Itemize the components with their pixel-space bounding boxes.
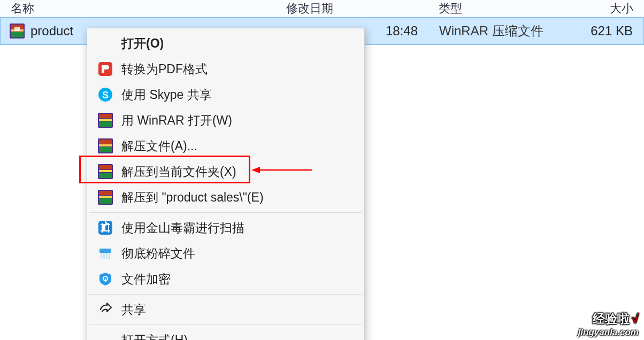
svg-rect-27 [103,253,105,259]
watermark-title: 经验啦 [593,312,630,326]
menu-pdf-label: 转换为PDF格式 [121,61,208,78]
shred-icon [96,245,115,261]
menu-extract-here-label: 解压到当前文件夹(X) [121,164,236,180]
menu-share[interactable]: 共享 [87,297,364,322]
winrar-extract-icon [96,138,115,154]
svg-rect-10 [99,119,112,121]
skype-icon: S [96,87,115,103]
watermark: 经验啦√ jingyanla.com [578,311,639,338]
menu-encrypt[interactable]: 文件加密 [87,266,364,292]
pdf-icon [96,61,115,77]
winrar-icon [96,112,115,128]
menu-winrar-label: 用 WinRAR 打开(W) [121,112,232,129]
menu-open-with[interactable]: 打开方式(H)... [87,327,364,340]
menu-extract-here[interactable]: 解压到当前文件夹(X) [87,159,364,184]
col-header-date[interactable]: 修改日期 [286,1,439,17]
svg-rect-18 [99,170,112,172]
share-icon [96,302,115,318]
rar-file-icon [9,23,25,39]
context-menu: 打开(O) 转换为PDF格式 S 使用 Skype 共享 用 WinRAR 打开… [87,28,365,340]
shield-icon [96,271,115,287]
menu-shred[interactable]: 彻底粉碎文件 [87,241,364,266]
column-header-row: 名称 修改日期 类型 大小 [0,0,644,17]
svg-rect-14 [99,144,112,146]
menu-winrar-open[interactable]: 用 WinRAR 打开(W) [87,107,364,133]
menu-scan-label: 使用金山毒霸进行扫描 [121,220,244,236]
blank-icon [96,332,115,340]
file-size-cell: 621 KB [562,24,643,38]
scan-icon [96,220,115,236]
blank-icon [96,35,115,51]
col-header-date-label: 修改日期 [286,2,333,15]
menu-extract-files[interactable]: 解压文件(A)... [87,133,364,159]
file-type-cell: WinRAR 压缩文件 [439,22,562,40]
svg-rect-22 [99,196,112,198]
menu-open[interactable]: 打开(O) [87,30,364,56]
svg-rect-3 [11,32,24,37]
col-header-size[interactable]: 大小 [562,1,644,17]
svg-rect-25 [99,249,111,253]
menu-extract-to-label: 解压到 "product sales\"(E) [121,189,264,206]
menu-shred-label: 彻底粉碎文件 [121,245,195,262]
watermark-check-icon: √ [632,312,639,326]
menu-extract-to-folder[interactable]: 解压到 "product sales\"(E) [87,184,364,210]
svg-rect-15 [99,147,112,152]
svg-rect-19 [99,173,112,178]
winrar-extract-here-icon [96,164,115,180]
menu-encrypt-label: 文件加密 [121,271,171,288]
col-header-name-label: 名称 [11,2,34,15]
menu-extract-files-label: 解压文件(A)... [121,138,197,154]
col-header-type[interactable]: 类型 [439,1,562,17]
svg-rect-11 [99,121,112,127]
svg-rect-21 [99,191,112,195]
col-header-size-label: 大小 [610,2,633,15]
svg-text:S: S [102,90,109,101]
col-header-name[interactable]: 名称 [0,1,286,17]
watermark-url: jingyanla.com [578,327,639,338]
svg-rect-31 [105,279,106,282]
winrar-extract-to-icon [96,189,115,205]
menu-pdf[interactable]: 转换为PDF格式 [87,56,364,82]
svg-rect-9 [99,114,112,118]
svg-rect-17 [99,165,112,169]
svg-rect-13 [99,140,112,144]
menu-scan[interactable]: 使用金山毒霸进行扫描 [87,215,364,241]
svg-rect-28 [106,253,108,259]
menu-separator-3 [89,324,362,325]
menu-open-with-label: 打开方式(H)... [121,332,198,341]
menu-separator [89,212,362,213]
menu-open-label: 打开(O) [121,35,164,52]
menu-separator-2 [89,294,362,295]
svg-rect-4 [14,27,20,31]
svg-rect-26 [101,253,102,259]
svg-rect-23 [99,198,112,204]
col-header-type-label: 类型 [439,2,462,15]
file-name-label: product [30,24,73,38]
menu-share-label: 共享 [121,302,146,318]
svg-rect-29 [109,253,110,259]
menu-skype[interactable]: S 使用 Skype 共享 [87,82,364,107]
menu-skype-label: 使用 Skype 共享 [121,87,212,103]
